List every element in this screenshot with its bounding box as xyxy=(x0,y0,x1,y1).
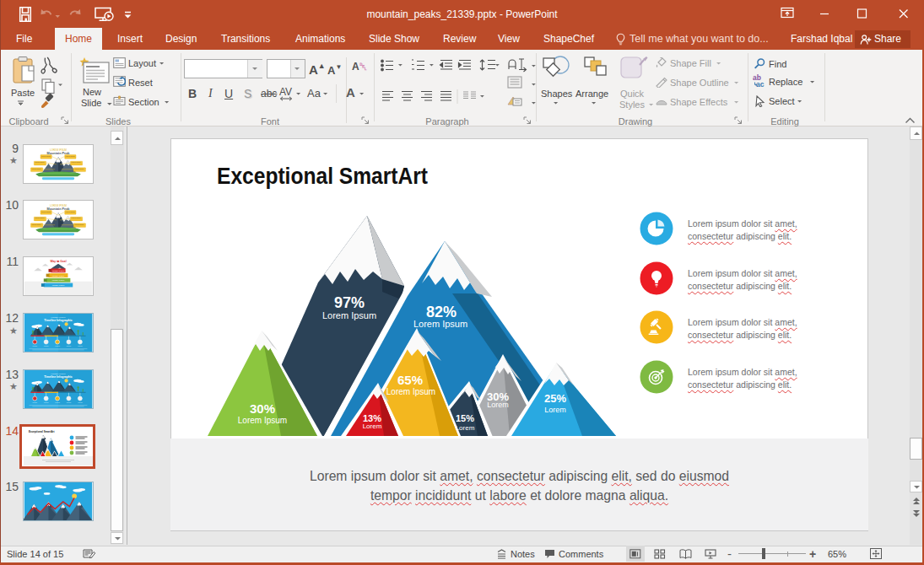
svg-text:30%: 30% xyxy=(250,401,275,416)
svg-text:Lorem ipsum: Lorem ipsum xyxy=(41,155,51,157)
svg-text:Lorem: Lorem xyxy=(44,401,49,403)
svg-text:Lorem ipsum: Lorem ipsum xyxy=(71,217,80,218)
svg-text:Lorem Ipsum: Lorem Ipsum xyxy=(322,310,376,320)
svg-text:Exceptional SmartArt: Exceptional SmartArt xyxy=(29,430,55,433)
svg-text:Lorem: Lorem xyxy=(55,401,60,403)
svg-text:Lorem ipsum: Lorem ipsum xyxy=(74,168,84,170)
svg-text:LOREM IPSUM: LOREM IPSUM xyxy=(52,275,65,277)
svg-text:Lorem: Lorem xyxy=(544,406,566,414)
svg-text:Lorem Ipsum: Lorem Ipsum xyxy=(238,416,287,425)
svg-text:Lorem ipsum: Lorem ipsum xyxy=(74,223,84,225)
svg-text:Lorem: Lorem xyxy=(33,345,38,347)
svg-text:Lorem ipsum: Lorem ipsum xyxy=(35,161,44,163)
svg-text:Timeline Infographic: Timeline Infographic xyxy=(44,375,73,379)
svg-text:Lorem: Lorem xyxy=(67,345,72,347)
svg-text:Lorem: Lorem xyxy=(55,345,60,347)
svg-text:Lorem ipsum: Lorem ipsum xyxy=(66,211,75,213)
svg-text:25%: 25% xyxy=(544,392,566,405)
svg-text:LOREM IPSUM: LOREM IPSUM xyxy=(52,279,65,281)
svg-text:Lorem Ipsum: Lorem Ipsum xyxy=(413,319,467,329)
svg-text:ac: ac xyxy=(756,80,765,88)
svg-text:Lorem Ipsum: Lorem Ipsum xyxy=(386,387,435,396)
svg-text:Lorem ipsum: Lorem ipsum xyxy=(31,223,41,225)
svg-text:Timeline Infographic: Timeline Infographic xyxy=(44,319,73,322)
svg-text:Lorem: Lorem xyxy=(67,401,72,403)
svg-text:Lorem: Lorem xyxy=(363,422,382,430)
svg-text:Lorem ipsum: Lorem ipsum xyxy=(41,211,51,213)
svg-text:Lorem ipsum: Lorem ipsum xyxy=(66,155,75,157)
svg-text:LOREM IPSUM: LOREM IPSUM xyxy=(52,270,65,272)
svg-text:Lorem: Lorem xyxy=(33,401,38,403)
svg-text:Lorem: Lorem xyxy=(78,401,83,403)
svg-text:97%: 97% xyxy=(334,294,365,311)
svg-text:LOREM IPSUM: LOREM IPSUM xyxy=(52,284,65,286)
svg-text:Lorem: Lorem xyxy=(44,345,49,347)
svg-text:Lorem ipsum: Lorem ipsum xyxy=(71,161,80,163)
svg-text:Lorem ipsum: Lorem ipsum xyxy=(35,217,44,218)
svg-text:Lorem: Lorem xyxy=(78,345,83,347)
svg-text:65%: 65% xyxy=(397,373,423,387)
svg-text:Lorem: Lorem xyxy=(487,401,509,409)
svg-text:15%: 15% xyxy=(456,413,474,423)
svg-text:Lorem ipsum: Lorem ipsum xyxy=(31,168,41,170)
svg-text:Lorem: Lorem xyxy=(456,424,475,432)
svg-text:82%: 82% xyxy=(426,304,457,320)
